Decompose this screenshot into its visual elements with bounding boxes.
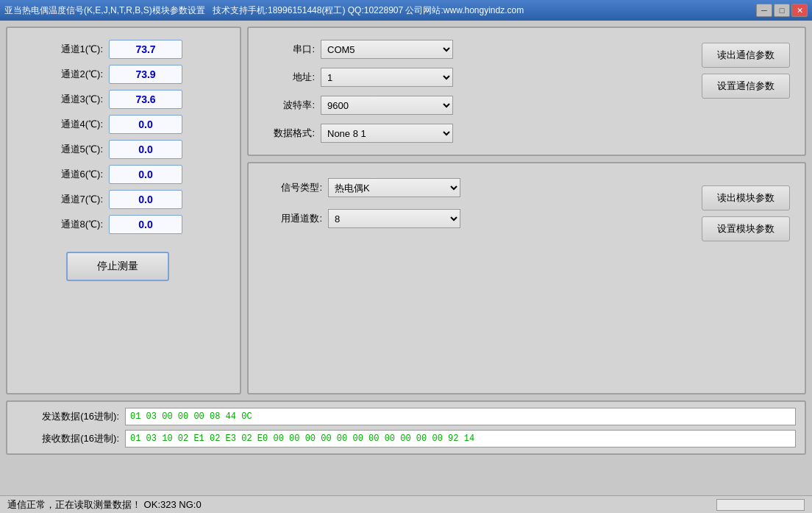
sigtype-select[interactable]: 热电偶K热电偶E热电偶J热电偶N热电偶T热电偶R热电偶B热电偶S [328, 178, 460, 197]
datafmt-label: 数据格式: [263, 127, 315, 140]
status-bar: 通信正常，正在读取测量数据！ OK:323 NG:0 [0, 495, 812, 513]
baud-select[interactable]: 12002400480096001920038400 [321, 96, 453, 115]
maximize-button[interactable]: □ [774, 4, 790, 17]
close-button[interactable]: ✕ [791, 4, 808, 17]
channel-row: 通道2(℃): [22, 65, 225, 84]
module-panel: 信号类型: 热电偶K热电偶E热电偶J热电偶N热电偶T热电偶R热电偶B热电偶S 用… [247, 162, 806, 395]
set-comm-button[interactable]: 设置通信参数 [702, 74, 790, 99]
port-select[interactable]: COM1COM2COM3COM4COM5COM6 [321, 40, 453, 59]
port-label: 串口: [263, 43, 315, 56]
status-text: 通信正常，正在读取测量数据！ OK:323 NG:0 [7, 498, 202, 512]
channel-row: 通道1(℃): [22, 40, 225, 59]
channel-row: 通道6(℃): [22, 165, 225, 184]
chancount-label: 用通道数: [263, 212, 322, 225]
channel-label-2: 通道2(℃): [22, 68, 103, 81]
progress-bar [716, 499, 805, 511]
sigtype-label: 信号类型: [263, 181, 322, 194]
datafmt-select[interactable]: None 8 1Even 8 1Odd 8 1 [321, 124, 453, 143]
channel-input-7[interactable] [109, 190, 182, 209]
comm-panel: 串口: COM1COM2COM3COM4COM5COM6 地址: 1234567… [247, 26, 806, 156]
read-comm-button[interactable]: 读出通信参数 [702, 43, 790, 68]
set-module-button[interactable]: 设置模块参数 [702, 216, 790, 241]
channel-row: 通道8(℃): [22, 215, 225, 234]
channel-row: 通道4(℃): [22, 115, 225, 134]
minimize-button[interactable]: ─ [756, 4, 772, 17]
addr-label: 地址: [263, 71, 315, 84]
channel-input-5[interactable] [109, 140, 182, 159]
channel-input-8[interactable] [109, 215, 182, 234]
title-bar: 亚当热电偶温度信号(K,E,J,N,T,R,B,S)模块参数设置 技术支持手机:… [0, 0, 812, 21]
channel-row: 通道3(℃): [22, 90, 225, 109]
channel-label-1: 通道1(℃): [22, 43, 103, 56]
app-title: 亚当热电偶温度信号(K,E,J,N,T,R,B,S)模块参数设置 [4, 4, 205, 17]
channel-input-1[interactable] [109, 40, 182, 59]
data-section: 发送数据(16进制): 01 03 00 00 00 08 44 0C 接收数据… [6, 400, 806, 455]
read-module-button[interactable]: 读出模块参数 [702, 185, 790, 210]
send-value: 01 03 00 00 00 08 44 0C [125, 408, 796, 425]
channel-label-4: 通道4(℃): [22, 118, 103, 131]
channel-label-5: 通道5(℃): [22, 143, 103, 156]
stop-button[interactable]: 停止测量 [66, 252, 169, 281]
channel-label-8: 通道8(℃): [22, 218, 103, 231]
channel-input-4[interactable] [109, 115, 182, 134]
channel-input-2[interactable] [109, 65, 182, 84]
channel-label-6: 通道6(℃): [22, 168, 103, 181]
channel-panel: 通道1(℃):通道2(℃):通道3(℃):通道4(℃):通道5(℃):通道6(℃… [6, 26, 241, 395]
channel-row: 通道7(℃): [22, 190, 225, 209]
channel-label-3: 通道3(℃): [22, 93, 103, 106]
right-panel: 串口: COM1COM2COM3COM4COM5COM6 地址: 1234567… [247, 26, 806, 395]
channel-input-3[interactable] [109, 90, 182, 109]
baud-label: 波特率: [263, 99, 315, 112]
chancount-select[interactable]: 12345678 [328, 209, 460, 228]
recv-value: 01 03 10 02 E1 02 E3 02 E0 00 00 00 00 0… [125, 430, 796, 447]
addr-select[interactable]: 12345678 [321, 68, 453, 87]
send-label: 发送数据(16进制): [16, 410, 119, 423]
support-info: 技术支持手机:18996151448(程工) QQ:10228907 公司网站:… [213, 4, 524, 17]
channel-input-6[interactable] [109, 165, 182, 184]
channel-row: 通道5(℃): [22, 140, 225, 159]
recv-label: 接收数据(16进制): [16, 432, 119, 445]
channel-label-7: 通道7(℃): [22, 193, 103, 206]
